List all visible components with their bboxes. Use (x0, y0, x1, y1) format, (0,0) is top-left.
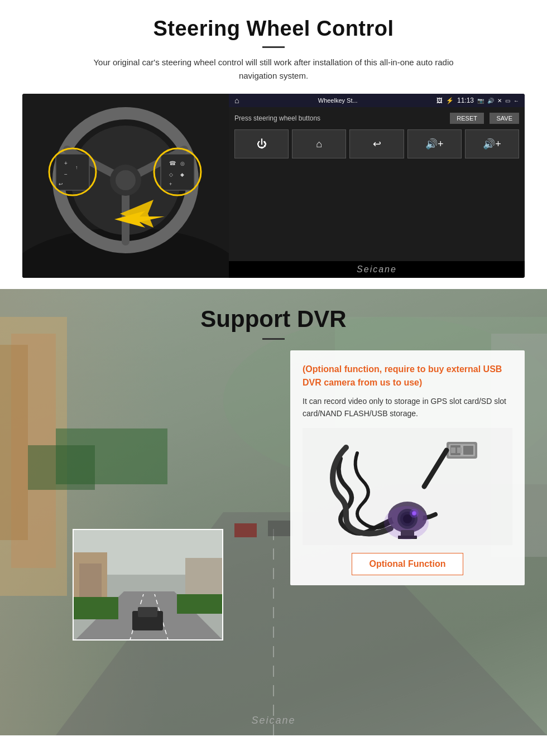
home-button[interactable]: ⌂ (292, 129, 346, 158)
android-topbar: ⌂ Wheelkey St... 🖼 ⚡ 11:13 📷 🔊 ✕ ▭ ← (229, 94, 525, 107)
svg-text:◎: ◎ (180, 161, 185, 166)
svg-point-8 (116, 170, 136, 190)
svg-text:◆: ◆ (180, 172, 184, 177)
svg-text:☎: ☎ (169, 160, 176, 166)
back-icon: ← (514, 98, 519, 104)
steering-wheel-section: Steering Wheel Control Your original car… (0, 0, 547, 289)
dvr-divider (262, 338, 285, 340)
home-icon: ⌂ (234, 96, 239, 105)
svg-text:+: + (169, 181, 172, 187)
svg-rect-55 (457, 447, 462, 453)
svg-text:↑: ↑ (75, 165, 78, 170)
dvr-title: Support DVR (0, 306, 547, 333)
icon-image: 🖼 (436, 97, 443, 104)
svg-rect-14 (161, 154, 194, 190)
svg-rect-27 (0, 345, 28, 540)
dvr-camera-image (303, 428, 512, 545)
dvr-seicane-watermark: Seicane (251, 715, 295, 726)
reset-button[interactable]: RESET (450, 113, 484, 124)
steering-image-composite: + − ↑ ↩ ☎ ◎ ◇ ◆ + (22, 94, 525, 278)
vol-up-button[interactable]: 🔊+ (407, 129, 462, 158)
steering-watermark: Seicane (229, 261, 525, 278)
svg-text:−: − (64, 171, 68, 177)
steering-subtitle: Your original car's steering wheel contr… (78, 56, 469, 83)
svg-rect-32 (234, 523, 257, 537)
status-icons: 📷 🔊 ✕ ▭ ← (477, 98, 519, 104)
android-title: Wheelkey St... (242, 97, 433, 104)
svg-text:↩: ↩ (59, 181, 63, 187)
svg-rect-48 (74, 597, 118, 619)
android-prompt-text: Press steering wheel buttons (234, 114, 320, 122)
back-button[interactable]: ↩ (349, 129, 404, 158)
svg-rect-47 (138, 607, 157, 617)
dvr-optional-text: (Optional function, require to buy exter… (303, 363, 512, 389)
svg-rect-53 (463, 446, 473, 455)
dvr-info-card: (Optional function, require to buy exter… (290, 350, 525, 585)
svg-point-67 (384, 506, 429, 540)
icon-usb: ⚡ (446, 97, 454, 104)
title-divider (262, 46, 285, 48)
android-content-area: Press steering wheel buttons RESET SAVE … (229, 107, 525, 261)
dvr-section: Support DVR (0, 289, 547, 735)
svg-rect-49 (177, 594, 223, 614)
sound-icon: 🔊 (487, 98, 494, 104)
power-button[interactable]: ⏻ (234, 129, 289, 158)
steering-title: Steering Wheel Control (22, 17, 525, 41)
steering-wheel-left: + − ↑ ↩ ☎ ◎ ◇ ◆ + (22, 94, 229, 278)
svg-rect-33 (268, 521, 293, 536)
svg-text:+: + (64, 160, 68, 166)
android-controls-row: ⏻ ⌂ ↩ 🔊+ 🔊+ (234, 129, 519, 158)
steering-android-ui: ⌂ Wheelkey St... 🖼 ⚡ 11:13 📷 🔊 ✕ ▭ ← Pre… (229, 94, 525, 278)
close-icon: ✕ (497, 98, 502, 104)
svg-rect-29 (28, 445, 95, 490)
svg-line-56 (424, 450, 447, 487)
android-time: 11:13 (457, 97, 474, 104)
svg-text:◇: ◇ (169, 172, 173, 177)
svg-rect-54 (451, 447, 455, 453)
screen-icon: ▭ (505, 98, 510, 104)
android-prompt-bar: Press steering wheel buttons RESET SAVE (234, 113, 519, 124)
dvr-title-area: Support DVR (0, 289, 547, 351)
dvr-thumbnail (73, 529, 223, 641)
camera-icon: 📷 (477, 98, 484, 104)
vol-down-button[interactable]: 🔊+ (465, 129, 519, 158)
dvr-thumbnail-inner (74, 530, 222, 639)
optional-function-button[interactable]: Optional Function (352, 553, 463, 575)
dvr-description: It can record video only to storage in G… (303, 395, 512, 420)
save-button[interactable]: SAVE (490, 113, 519, 124)
